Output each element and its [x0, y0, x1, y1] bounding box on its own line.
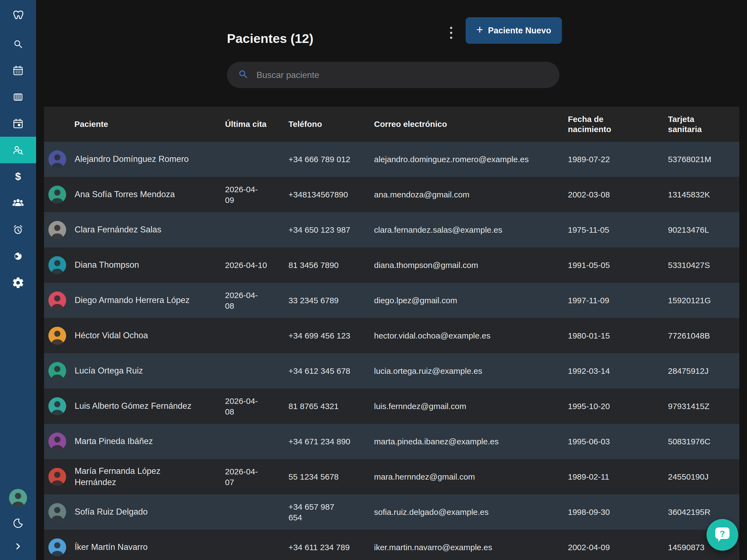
- health-card-number: 53768021M: [668, 154, 739, 164]
- birth-date: 1995-06-03: [568, 436, 668, 447]
- table-row[interactable]: Ana Sofía Torres Mendoza 2026-04- 09 +34…: [44, 177, 739, 212]
- table-row[interactable]: María Fernanda López Hernández 2026-04- …: [44, 459, 739, 494]
- patient-name: Sofía Ruiz Delgado: [75, 506, 148, 517]
- agenda-columns-icon: [12, 91, 24, 103]
- sidebar-item-appointments[interactable]: [0, 110, 36, 137]
- email-address: luis.fernndez@gmail.com: [374, 401, 568, 411]
- health-card-number: 15920121G: [668, 295, 739, 306]
- table-row[interactable]: Clara Fernández Salas +34 650 123 987 cl…: [44, 212, 739, 248]
- search-icon: [12, 38, 24, 50]
- sidebar-item-logo[interactable]: [0, 0, 36, 31]
- phone-number: 55 1234 5678: [288, 472, 374, 482]
- plus-icon: +: [476, 24, 483, 35]
- birth-date: 1980-01-15: [568, 330, 668, 341]
- table-row[interactable]: Héctor Vidal Ochoa +34 699 456 123 hecto…: [44, 318, 739, 353]
- calendar-event-icon: [12, 117, 24, 130]
- patient-name: Diana Thompson: [75, 259, 139, 271]
- column-header-telefono: Teléfono: [288, 119, 374, 129]
- sidebar-item-agenda[interactable]: [0, 84, 36, 110]
- patients-table: Paciente Última cita Teléfono Correo ele…: [44, 107, 739, 560]
- patient-name: Clara Fernández Salas: [75, 224, 161, 235]
- table-row[interactable]: Luis Alberto Gómez Fernández 2026-04- 08…: [44, 388, 739, 424]
- birth-date: 1991-05-05: [568, 260, 668, 271]
- health-card-number: 77261048B: [668, 330, 739, 341]
- health-card-number: 24550190J: [668, 472, 739, 482]
- health-card-number: 97931415Z: [668, 401, 739, 411]
- patient-name: Luis Alberto Gómez Fernández: [75, 401, 191, 411]
- email-address: diego.lpez@gmail.com: [374, 295, 568, 306]
- table-row[interactable]: Marta Pineda Ibáñez +34 671 234 890 mart…: [44, 424, 739, 459]
- patient-avatar: [48, 291, 66, 309]
- email-address: iker.martin.navarro@example.es: [374, 542, 568, 553]
- patient-name: Marta Pineda Ibáñez: [75, 436, 153, 447]
- phone-number: +34 650 123 987: [288, 225, 374, 235]
- email-address: sofia.ruiz.delgado@example.es: [374, 507, 568, 517]
- phone-number: +34 699 456 123: [288, 330, 374, 341]
- patient-avatar: [48, 538, 66, 556]
- patient-avatar: [48, 327, 66, 345]
- svg-text:?: ?: [720, 529, 725, 539]
- calendar-month-icon: [12, 64, 24, 77]
- help-button[interactable]: ?: [706, 519, 738, 551]
- user-avatar[interactable]: [9, 489, 27, 507]
- last-appointment: 2026-04- 07: [225, 466, 288, 487]
- table-row[interactable]: Alejandro Domínguez Romero +34 666 789 0…: [44, 142, 739, 177]
- sidebar-item-calendar[interactable]: [0, 57, 36, 84]
- patient-name: Héctor Vidal Ochoa: [75, 330, 148, 341]
- patient-name: Ana Sofía Torres Mendoza: [75, 189, 175, 200]
- patient-name: Alejandro Domínguez Romero: [75, 154, 189, 164]
- sidebar-expand-button[interactable]: [12, 541, 24, 553]
- patient-avatar: [48, 397, 66, 415]
- sidebar-item-patients[interactable]: [0, 137, 36, 163]
- sidebar-item-settings[interactable]: [0, 269, 36, 296]
- search-input[interactable]: [256, 70, 551, 80]
- health-card-number: 13145832K: [668, 189, 739, 200]
- birth-date: 1995-10-20: [568, 401, 668, 411]
- patient-avatar: [48, 503, 66, 521]
- sidebar-item-search[interactable]: [0, 31, 36, 57]
- phone-number: 81 3456 7890: [288, 260, 374, 271]
- column-header-ultima-cita: Última cita: [225, 119, 288, 129]
- search-icon: [227, 68, 249, 81]
- patient-avatar: [48, 256, 66, 274]
- phone-number: +34 657 987 654: [288, 502, 374, 523]
- dark-mode-toggle[interactable]: [11, 517, 25, 531]
- billing-dollar-icon: $: [12, 170, 24, 183]
- phone-number: +34 671 234 890: [288, 436, 374, 447]
- new-patient-button[interactable]: + Paciente Nuevo: [466, 17, 562, 44]
- last-appointment: 2026-04-10: [225, 260, 288, 271]
- table-row[interactable]: Diego Armando Herrera López 2026-04- 08 …: [44, 283, 739, 318]
- phone-number: +348134567890: [288, 189, 374, 200]
- more-options-button[interactable]: [448, 25, 454, 41]
- globe-icon: [12, 250, 24, 262]
- birth-date: 1975-11-05: [568, 225, 668, 235]
- table-row[interactable]: Lucía Ortega Ruiz +34 612 345 678 lucia.…: [44, 353, 739, 388]
- patient-avatar: [48, 433, 66, 450]
- birth-date: 1989-02-11: [568, 472, 668, 482]
- chevron-right-icon: [12, 548, 24, 553]
- reminders-alarm-icon: [12, 223, 24, 236]
- patient-avatar: [48, 150, 66, 168]
- table-row[interactable]: Diana Thompson 2026-04-10 81 3456 7890 d…: [44, 248, 739, 283]
- table-header: Paciente Última cita Teléfono Correo ele…: [44, 107, 739, 142]
- patient-name: Lucía Ortega Ruiz: [75, 365, 143, 376]
- sidebar-item-web[interactable]: [0, 243, 36, 269]
- sidebar-item-staff[interactable]: [0, 190, 36, 216]
- health-card-number: 50831976C: [668, 436, 739, 447]
- table-row[interactable]: Sofía Ruiz Delgado +34 657 987 654 sofia…: [44, 494, 739, 530]
- patient-name: María Fernanda López Hernández: [75, 466, 160, 488]
- column-header-fecha-nacimiento: Fecha de nacimiento: [568, 114, 668, 134]
- phone-number: +34 666 789 012: [288, 154, 374, 164]
- patient-name: Diego Armando Herrera López: [75, 295, 189, 306]
- moon-icon: [11, 526, 25, 531]
- email-address: diana.thompson@gmail.com: [374, 260, 568, 271]
- sidebar-item-billing[interactable]: $: [0, 163, 36, 190]
- patient-avatar: [48, 362, 66, 380]
- column-header-correo: Correo electrónico: [374, 119, 568, 129]
- birth-date: 1989-07-22: [568, 154, 668, 164]
- table-row[interactable]: Íker Martín Navarro +34 611 234 789 iker…: [44, 530, 739, 560]
- last-appointment: 2026-04- 08: [225, 396, 288, 417]
- app-window: $: [0, 0, 747, 560]
- phone-number: 81 8765 4321: [288, 401, 374, 411]
- sidebar-item-reminders[interactable]: [0, 216, 36, 243]
